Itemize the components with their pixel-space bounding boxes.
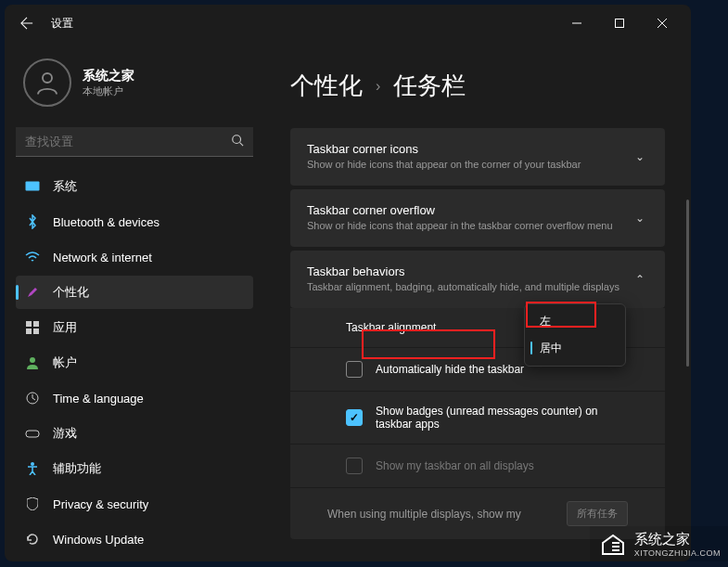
display-icon [25,179,40,194]
breadcrumb-current: 任务栏 [393,70,466,102]
minimize-button[interactable] [556,8,598,38]
accessibility-icon [25,461,40,476]
chevron-up-icon: ⌃ [632,273,648,286]
card-title: Taskbar corner icons [307,142,632,156]
close-button[interactable] [641,8,683,38]
person-icon [25,355,40,370]
sidebar-item-network[interactable]: Network & internet [16,240,253,274]
sidebar-item-bluetooth[interactable]: Bluetooth & devices [16,205,253,238]
sidebar: 系统之家 本地帐户 系统 Bluetooth & devices [5,42,264,561]
checkbox-auto-hide[interactable] [346,361,363,378]
paintbrush-icon [25,285,40,300]
card-title: Taskbar corner overflow [307,203,632,217]
nav-label: 帐户 [53,354,77,371]
user-account-type: 本地帐户 [83,84,134,98]
nav-label: 游戏 [53,425,77,442]
person-icon [33,69,61,97]
watermark-name: 系统之家 [634,531,690,547]
nav-list: 系统 Bluetooth & devices Network & interne… [16,170,253,556]
nav-label: Time & language [53,392,144,406]
svg-rect-1 [616,19,624,28]
card-taskbar-behaviors[interactable]: Taskbar behaviors Taskbar alignment, bad… [290,251,665,308]
chevron-down-icon: ⌄ [632,212,648,225]
sidebar-item-personalization[interactable]: 个性化 [16,276,253,309]
user-profile[interactable]: 系统之家 本地帐户 [16,51,253,114]
checkbox-badges[interactable] [346,409,363,426]
watermark: 系统之家 XITONGZHIJIA.COM [590,526,728,561]
back-arrow-icon [20,17,33,30]
gamepad-icon [25,426,40,441]
sidebar-item-system[interactable]: 系统 [16,170,253,203]
card-subtitle: Taskbar alignment, badging, automaticall… [307,280,632,294]
search-icon [231,134,244,149]
sidebar-item-update[interactable]: Windows Update [16,522,253,556]
row-all-displays: Show my taskbar on all displays [290,445,665,488]
alignment-option-left[interactable]: 左 [529,308,621,335]
alignment-option-center[interactable]: 居中 [529,335,621,362]
nav-label: Windows Update [53,533,144,547]
svg-point-12 [30,357,35,363]
user-name: 系统之家 [83,68,134,84]
card-subtitle: Show or hide icons that appear on the co… [307,158,632,172]
window-title: 设置 [51,16,73,32]
svg-rect-8 [26,321,32,327]
card-corner-overflow[interactable]: Taskbar corner overflow Show or hide ico… [290,189,665,247]
svg-point-15 [31,462,34,466]
avatar [23,58,71,107]
nav-label: Privacy & security [53,497,148,511]
maximize-button[interactable] [598,8,641,38]
chevron-right-icon: › [376,78,380,95]
svg-rect-9 [33,321,39,327]
svg-rect-11 [33,329,39,334]
nav-label: 个性化 [53,284,89,301]
card-corner-icons[interactable]: Taskbar corner icons Show or hide icons … [290,128,665,186]
sidebar-item-privacy[interactable]: Privacy & security [16,487,253,521]
shield-icon [25,496,40,511]
bluetooth-icon [25,214,40,229]
svg-line-6 [240,143,244,147]
clock-icon [25,391,40,406]
breadcrumb: 个性化 › 任务栏 [290,70,665,102]
badges-label: Show badges (unread messages counter) on… [376,405,609,431]
chevron-down-icon: ⌄ [632,150,648,163]
nav-label: Network & internet [53,251,152,264]
sidebar-item-accounts[interactable]: 帐户 [16,346,253,380]
sidebar-item-gaming[interactable]: 游戏 [16,417,253,450]
breadcrumb-parent[interactable]: 个性化 [290,70,363,102]
svg-rect-7 [26,182,40,191]
multi-display-dropdown[interactable]: 所有任务 [567,501,628,526]
wifi-icon [25,250,40,264]
main-content: 个性化 › 任务栏 Taskbar corner icons Show or h… [264,42,691,561]
alignment-dropdown[interactable]: 左 居中 [524,303,626,367]
sidebar-item-time[interactable]: Time & language [16,381,253,415]
titlebar: 设置 [5,5,691,42]
row-show-badges[interactable]: Show badges (unread messages counter) on… [290,392,665,445]
nav-label: 应用 [53,319,77,336]
nav-label: 系统 [53,178,77,195]
sidebar-item-accessibility[interactable]: 辅助功能 [16,452,253,485]
checkbox-all-displays [346,457,363,474]
all-displays-label: Show my taskbar on all displays [376,459,609,472]
nav-label: 辅助功能 [53,460,101,477]
scrollbar[interactable] [686,200,689,367]
multi-display-label: When using multiple displays, show my [327,508,567,521]
apps-icon [25,320,40,335]
sidebar-item-apps[interactable]: 应用 [16,311,253,344]
search-box[interactable] [16,127,253,157]
search-input[interactable] [25,135,231,148]
update-icon [25,532,40,547]
watermark-logo-icon [597,530,629,558]
card-title: Taskbar behaviors [307,264,632,278]
svg-point-4 [43,73,52,83]
watermark-url: XITONGZHIJIA.COM [634,548,721,558]
svg-rect-14 [26,431,39,437]
card-subtitle: Show or hide icons that appear in the ta… [307,219,632,233]
svg-rect-10 [26,329,32,334]
back-button[interactable] [12,8,42,38]
svg-point-5 [233,135,241,144]
nav-label: Bluetooth & devices [53,215,160,229]
